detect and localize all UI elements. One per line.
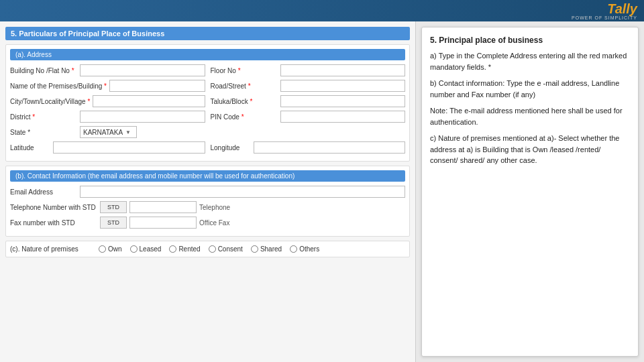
main-content: 5. Particulars of Principal Place of Bus… [0, 21, 644, 362]
others-radio[interactable] [290, 245, 297, 253]
contact-section: (b). Contact Information (the email addr… [5, 166, 410, 237]
contact-header: (b). Contact Information (the email addr… [10, 170, 405, 182]
email-label: Email Address [10, 188, 77, 196]
city-input[interactable] [93, 95, 205, 107]
address-header: (a). Address [10, 49, 405, 60]
nature-row: (c). Nature of premises Own Leased Rente… [10, 245, 405, 253]
telephone-field-label: Telephone [199, 204, 230, 211]
state-label: State * [10, 129, 77, 136]
fax-std-box: STD [100, 217, 127, 229]
logo-text: Tally [607, 2, 637, 15]
longitude-label: Longitude [211, 144, 251, 152]
std-box: STD [100, 201, 127, 213]
top-bar: Tally POWER OF SIMPLICITY [0, 0, 644, 21]
taluka-input[interactable] [280, 95, 406, 107]
road-input[interactable] [280, 80, 406, 92]
info-title: 5. Principal place of business [430, 36, 630, 45]
std-tel-group: STD Telephone [100, 201, 230, 213]
right-panel: 5. Principal place of business a) Type i… [421, 27, 639, 357]
floor-no-label: Floor No * [211, 67, 278, 74]
latitude-input[interactable] [53, 141, 205, 154]
shared-radio-group: Shared [251, 245, 282, 253]
own-radio-group: Own [99, 245, 122, 253]
tagline: POWER OF SIMPLICITY [572, 15, 637, 20]
floor-no-group: Floor No * [211, 64, 406, 76]
building-floor-row: Building No /Flat No * Floor No * [10, 64, 405, 76]
email-group: Email Address [10, 186, 405, 198]
pin-label: PIN Code * [211, 113, 278, 121]
city-taluka-row: City/Town/Locality/Village * Taluka/Bloc… [10, 95, 405, 107]
floor-no-input[interactable] [280, 64, 406, 76]
info-note: Note: The e-mail address mentioned here … [430, 105, 630, 127]
rented-radio[interactable] [169, 245, 176, 253]
consent-radio[interactable] [209, 245, 216, 253]
consent-radio-group: Consent [209, 245, 243, 253]
premises-input[interactable] [109, 80, 205, 92]
city-label: City/Town/Locality/Village * [10, 98, 90, 105]
district-label: District * [10, 113, 77, 121]
own-label: Own [108, 245, 122, 253]
telephone-input[interactable] [129, 201, 197, 213]
longitude-input[interactable] [254, 141, 406, 154]
fax-input[interactable] [129, 217, 197, 229]
telephone-label: Telephone Number with STD [10, 204, 97, 211]
longitude-group: Longitude [211, 141, 406, 154]
dropdown-arrow-icon: ▼ [125, 129, 131, 135]
taluka-label: Taluka/Block * [211, 98, 278, 105]
fax-row: Fax number with STD STD Office Fax [10, 217, 405, 229]
pin-group: PIN Code * [211, 111, 406, 123]
others-radio-group: Others [290, 245, 319, 253]
lat-long-row: Latitude Longitude [10, 141, 405, 154]
state-select[interactable]: KARNATAKA ▼ [80, 126, 137, 138]
section-title: Particulars of Principal Place of Busine… [19, 29, 164, 38]
info-point-b: b) Contact information: Type the e -mail… [430, 78, 630, 100]
shared-radio[interactable] [251, 245, 258, 253]
road-label: Road/Street * [211, 82, 278, 90]
consent-label: Consent [218, 245, 243, 253]
own-radio[interactable] [99, 245, 106, 253]
info-point-a: a) Type in the Complete Address entering… [430, 50, 630, 72]
district-group: District * [10, 111, 205, 123]
section-header: 5. Particulars of Principal Place of Bus… [5, 27, 410, 40]
others-label: Others [299, 245, 319, 253]
premises-label: Name of the Premises/Building * [10, 82, 107, 90]
rented-radio-group: Rented [169, 245, 200, 253]
leased-radio-group: Leased [130, 245, 162, 253]
premises-road-row: Name of the Premises/Building * Road/Str… [10, 80, 405, 92]
nature-section: (c). Nature of premises Own Leased Rente… [5, 241, 410, 257]
section-number: 5. [11, 29, 17, 38]
email-input[interactable] [80, 186, 405, 198]
leased-radio[interactable] [130, 245, 138, 253]
premises-group: Name of the Premises/Building * [10, 80, 205, 92]
leased-label: Leased [140, 245, 162, 253]
pin-input[interactable] [280, 111, 406, 123]
shared-label: Shared [260, 245, 282, 253]
city-group: City/Town/Locality/Village * [10, 95, 205, 107]
office-fax-label: Office Fax [199, 219, 229, 227]
state-row: State * KARNATAKA ▼ [10, 126, 405, 138]
address-section: (a). Address Building No /Flat No * Floo… [5, 44, 410, 162]
building-no-input[interactable] [80, 64, 205, 76]
fax-label: Fax number with STD [10, 219, 97, 227]
telephone-row: Telephone Number with STD STD Telephone [10, 201, 405, 213]
district-pin-row: District * PIN Code * [10, 111, 405, 123]
tally-logo: Tally POWER OF SIMPLICITY [572, 2, 637, 20]
latitude-group: Latitude [10, 141, 205, 154]
left-panel: 5. Particulars of Principal Place of Bus… [0, 21, 416, 362]
latitude-label: Latitude [10, 144, 50, 152]
building-no-label: Building No /Flat No * [10, 67, 77, 74]
taluka-group: Taluka/Block * [211, 95, 406, 107]
road-group: Road/Street * [211, 80, 406, 92]
rented-label: Rented [178, 245, 200, 253]
district-input[interactable] [80, 111, 205, 123]
fax-std-group: STD Office Fax [100, 217, 229, 229]
building-no-group: Building No /Flat No * [10, 64, 205, 76]
nature-label: (c). Nature of premises [10, 245, 91, 253]
info-point-c: c) Nature of premises mentioned at a)- S… [430, 133, 630, 166]
email-row: Email Address [10, 186, 405, 198]
